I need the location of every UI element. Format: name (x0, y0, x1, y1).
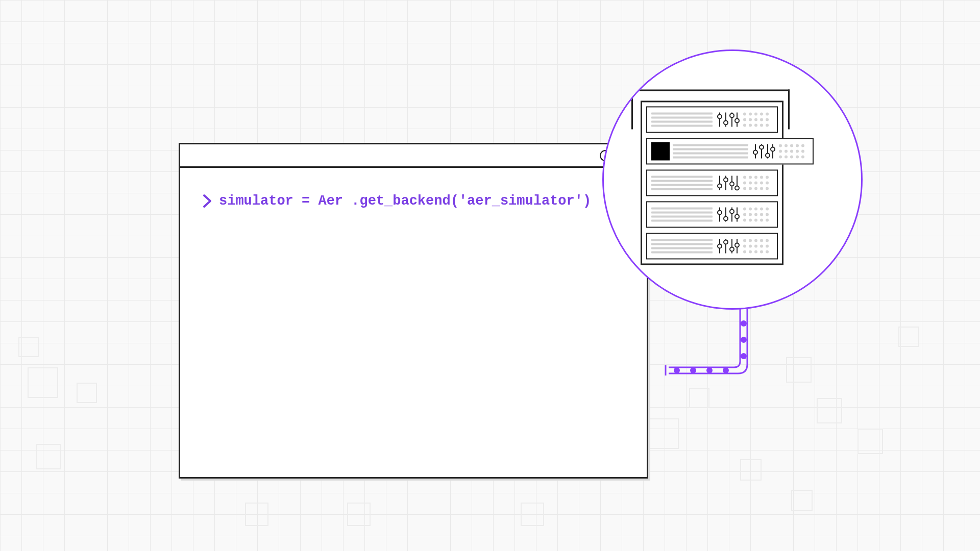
decor-square (245, 503, 268, 526)
svg-point-11 (760, 145, 764, 149)
rack-lines-icon (651, 207, 713, 221)
svg-point-19 (724, 178, 728, 182)
svg-point-25 (718, 210, 722, 214)
decor-square (347, 503, 371, 526)
server-rack-1-selected (646, 138, 814, 164)
led-grid-icon (743, 112, 773, 127)
led-grid-icon (779, 144, 808, 158)
active-led-icon (651, 142, 670, 160)
decor-square (36, 444, 61, 469)
decor-square (28, 367, 58, 398)
sliders-icon (716, 110, 740, 129)
decor-square (18, 337, 39, 357)
led-grid-icon (743, 239, 773, 253)
rack-lines-icon (651, 239, 713, 253)
svg-point-39 (735, 243, 739, 247)
sliders-icon (716, 173, 740, 192)
terminal-window: simulator = Aer .get_backend('aer_simula… (179, 143, 648, 479)
svg-point-7 (735, 118, 739, 122)
svg-point-35 (724, 240, 728, 244)
svg-point-37 (730, 247, 734, 251)
server-rack-0 (646, 106, 778, 133)
decor-square (521, 503, 544, 526)
decor-square (817, 398, 842, 423)
svg-point-13 (766, 153, 770, 157)
decor-square (689, 388, 709, 408)
svg-point-27 (724, 216, 728, 220)
svg-point-1 (718, 114, 722, 118)
titlebar (180, 144, 647, 168)
sliders-icon (716, 205, 740, 223)
decor-square (648, 418, 679, 449)
svg-point-21 (730, 182, 734, 186)
led-grid-icon (743, 207, 773, 221)
decor-square (77, 383, 97, 403)
led-grid-icon (743, 176, 773, 190)
decor-square (857, 429, 883, 454)
rack-lines-icon (673, 144, 748, 158)
decor-square (791, 490, 813, 511)
code-text: simulator = Aer .get_backend('aer_simula… (219, 193, 591, 209)
sliders-icon (716, 237, 740, 255)
svg-point-5 (730, 113, 734, 117)
sliders-icon (751, 142, 776, 160)
svg-point-17 (718, 184, 722, 188)
svg-point-15 (771, 147, 775, 151)
code-line: simulator = Aer .get_backend('aer_simula… (203, 193, 624, 209)
svg-point-3 (724, 120, 728, 124)
svg-point-33 (718, 244, 722, 248)
svg-point-23 (735, 186, 739, 190)
server-cabinet-front (641, 101, 783, 265)
magnifier-circle (602, 49, 863, 310)
server-rack-2 (646, 169, 778, 196)
decor-square (786, 357, 812, 383)
terminal-body: simulator = Aer .get_backend('aer_simula… (180, 168, 647, 234)
svg-point-31 (735, 214, 739, 218)
decor-square (898, 327, 919, 347)
server-rack-3 (646, 201, 778, 228)
prompt-chevron-icon (203, 193, 213, 209)
rack-lines-icon (651, 112, 713, 127)
rack-lines-icon (651, 176, 713, 190)
decor-square (740, 459, 762, 481)
svg-point-29 (730, 209, 734, 213)
svg-point-9 (753, 150, 757, 154)
server-rack-4 (646, 233, 778, 259)
